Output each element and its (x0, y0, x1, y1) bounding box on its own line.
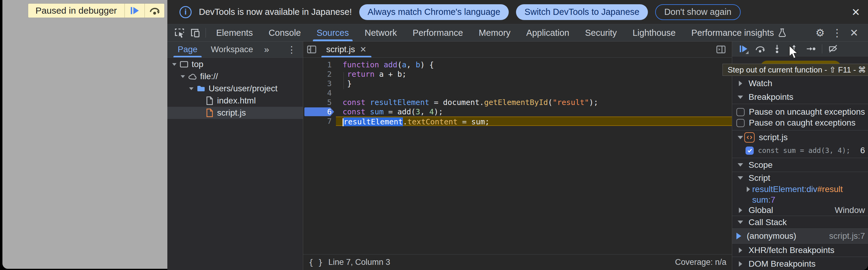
tab-performance-insights[interactable]: Performance insights (683, 24, 794, 41)
overlay-step-over-button[interactable] (145, 4, 164, 18)
chevron-down-icon (738, 163, 743, 167)
step-out-button[interactable] (788, 43, 800, 55)
switch-to-japanese-button[interactable]: Switch DevTools to Japanese (516, 4, 648, 20)
pause-caught-row[interactable]: Pause on caught exceptions (732, 117, 868, 128)
line-number-1[interactable]: 1 (303, 60, 336, 69)
navigator-kebab-icon[interactable]: ⋮ (280, 41, 303, 57)
code-line-3: 3 } (303, 79, 732, 88)
editor-tab-close-icon[interactable]: ✕ (360, 45, 367, 54)
pause-uncaught-checkbox[interactable] (737, 108, 745, 116)
tree-item-users-user-project[interactable]: Users/user/project (167, 83, 303, 95)
tree-item-file-[interactable]: file:// (167, 70, 303, 83)
breakpoint-marker-line-6[interactable]: 6 (303, 107, 336, 117)
breakpoints-section-header[interactable]: Breakpoints (732, 90, 868, 104)
cloud-icon (187, 72, 198, 81)
code-line-text-6[interactable]: const sum = add(3, 4); (336, 107, 732, 117)
scope-var-sum[interactable]: sum: 7 (732, 195, 868, 205)
scope-global-row[interactable]: Global Window (732, 205, 868, 216)
code-token: resultElement (370, 98, 429, 107)
breakpoint-entry-row[interactable]: const sum = add(3, 4); 6 (732, 144, 868, 156)
indent-guide (343, 72, 344, 89)
pause-caught-checkbox[interactable] (737, 119, 745, 127)
line-number-3[interactable]: 3 (303, 79, 336, 88)
pretty-print-icon[interactable]: { } (309, 258, 323, 267)
scope-var-resultelement[interactable]: resultElement: div#result (732, 184, 868, 195)
more-options-kebab-icon[interactable]: ⋮ (829, 27, 845, 39)
code-line-text-5[interactable]: const resultElement = document.getElemen… (336, 98, 732, 107)
tabbar-separator (206, 28, 206, 38)
code-line-text-3[interactable]: } (336, 79, 732, 88)
overlay-resume-button[interactable] (125, 4, 144, 18)
always-match-language-button[interactable]: Always match Chrome's language (359, 4, 509, 20)
scope-separator: : (804, 184, 806, 194)
dom-breakpoints-label: DOM Breakpoints (748, 259, 815, 269)
folder-icon (195, 84, 207, 93)
deactivate-breakpoints-button[interactable] (827, 43, 839, 55)
tab-memory[interactable]: Memory (471, 24, 519, 41)
tab-sources[interactable]: Sources (309, 24, 356, 41)
tab-lighthouse[interactable]: Lighthouse (624, 24, 683, 41)
settings-gear-icon[interactable]: ⚙ (812, 27, 829, 39)
scope-section-header[interactable]: Scope (732, 158, 868, 172)
tab-security[interactable]: Security (577, 24, 625, 41)
device-toolbar-icon[interactable] (187, 24, 203, 41)
navigator-tab-page[interactable]: Page (171, 41, 204, 57)
tree-item-label: script.js (217, 108, 246, 118)
dom-breakpoints-section-header[interactable]: DOM Breakpoints (732, 257, 868, 270)
editor-tab-label: script.js (326, 44, 355, 54)
chevron-down-icon (189, 87, 193, 90)
tab-label: Sources (316, 28, 349, 38)
code-line-text-4[interactable] (336, 88, 732, 98)
tab-elements[interactable]: Elements (208, 24, 261, 41)
line-number-2[interactable]: 2 (303, 69, 336, 79)
call-stack-frame-name: (anonymous) (747, 231, 796, 241)
close-devtools-icon[interactable]: ✕ (845, 27, 863, 39)
editor-tab-scriptjs[interactable]: script.js ✕ (320, 41, 373, 57)
navigator-overflow-chevrons[interactable]: » (260, 41, 274, 57)
file-tree: topfile://Users/user/projectindex.htmlsc… (167, 58, 303, 270)
editor-statusbar: { } Line 7, Column 3 Coverage: n/a (303, 254, 732, 270)
breakpoint-entry-checkbox[interactable] (745, 147, 754, 155)
step-over-button[interactable] (754, 43, 766, 55)
call-stack-section-header[interactable]: Call Stack (732, 216, 868, 229)
call-stack-frame-row[interactable]: (anonymous) script.js:7 (732, 229, 868, 243)
toggle-debugger-sidebar-icon[interactable] (712, 41, 730, 57)
tab-performance[interactable]: Performance (405, 24, 471, 41)
toggle-navigator-icon[interactable] (303, 41, 320, 57)
coverage-label: Coverage: n/a (675, 258, 726, 267)
code-line-text-1[interactable]: function add(a, b) { (336, 60, 732, 69)
code-line-text-7[interactable]: resultElement.textContent = sum; (336, 117, 732, 126)
line-number-7[interactable]: 7 (303, 117, 336, 126)
tree-item-index-html[interactable]: index.html (167, 95, 303, 107)
watch-section-header[interactable]: Watch (732, 77, 868, 90)
pause-uncaught-row[interactable]: Pause on uncaught exceptions (732, 107, 868, 117)
sources-navigator: Page Workspace » ⋮ topfile://Users/user/… (167, 41, 303, 270)
pause-uncaught-label: Pause on uncaught exceptions (749, 107, 865, 117)
code-line-text-2[interactable]: return a + b; (336, 69, 732, 79)
scope-script-row[interactable]: Script (732, 172, 868, 184)
code-line-5: 5const resultElement = document.getEleme… (303, 98, 732, 107)
tab-console[interactable]: Console (261, 24, 309, 41)
resume-button[interactable] (737, 43, 749, 55)
code-token: . (403, 117, 407, 126)
code-line-4: 4 (303, 88, 732, 98)
panel-tabs: ElementsConsoleSourcesNetworkPerformance… (208, 24, 795, 41)
line-number-4[interactable]: 4 (303, 88, 336, 98)
dont-show-again-button[interactable]: Don't show again (655, 4, 741, 20)
breakpoint-group-row[interactable]: script.js (732, 130, 868, 144)
tab-network[interactable]: Network (357, 24, 405, 41)
navigator-tab-workspace[interactable]: Workspace (204, 41, 260, 57)
xhr-breakpoints-section-header[interactable]: XHR/fetch Breakpoints (732, 244, 868, 257)
inspect-element-icon[interactable] (172, 24, 187, 41)
code-editor[interactable]: 1function add(a, b) {2 return a + b;3 }4… (303, 58, 732, 254)
line-number-5[interactable]: 5 (303, 98, 336, 107)
step-into-button[interactable] (771, 43, 783, 55)
tree-item-label: Users/user/project (209, 84, 277, 93)
tab-application[interactable]: Application (519, 24, 577, 41)
infobar-close-icon[interactable]: ✕ (851, 6, 861, 18)
toolbar-separator (822, 44, 822, 53)
code-token: ( (398, 60, 402, 69)
step-button[interactable] (805, 43, 817, 55)
tree-item-script-js[interactable]: script.js (167, 107, 303, 119)
tree-item-top[interactable]: top (167, 58, 303, 70)
